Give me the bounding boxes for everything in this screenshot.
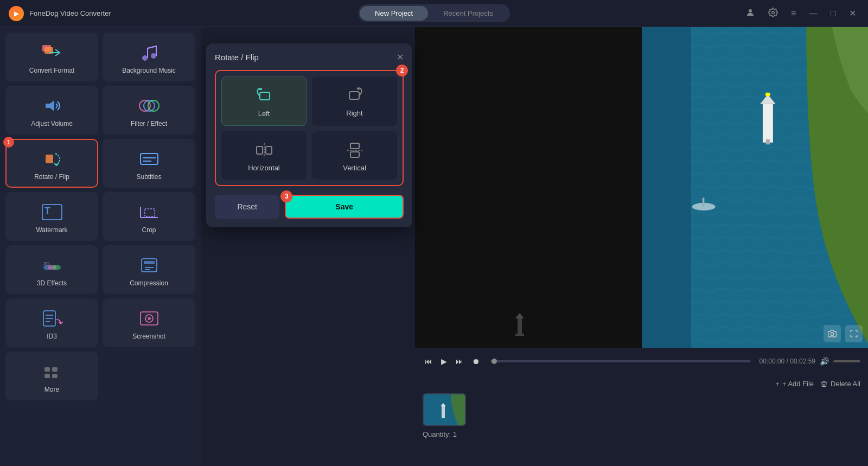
- file-item: Quantity: 1: [423, 393, 466, 438]
- svg-rect-12: [46, 155, 53, 163]
- dialog-title: Rotate / Flip: [215, 53, 259, 62]
- maximize-button[interactable]: □: [827, 8, 839, 20]
- flip-vertical-label: Vertical: [343, 164, 366, 172]
- user-icon[interactable]: [742, 7, 758, 21]
- 3d-effects-icon: 3D: [39, 254, 66, 276]
- trash-icon: [820, 380, 828, 388]
- delete-all-button[interactable]: Delete All: [820, 380, 860, 388]
- svg-marker-49: [515, 313, 524, 318]
- sidebar-item-convert-format[interactable]: Convert Format: [5, 33, 98, 81]
- svg-rect-44: [266, 146, 272, 154]
- sidebar-item-3d-effects[interactable]: 3D 3D Effects: [5, 245, 98, 294]
- svg-marker-8: [46, 100, 54, 111]
- sidebar-item-background-music[interactable]: Background Music: [103, 33, 195, 81]
- sidebar-item-rotate-flip[interactable]: 1 Rotate / Flip: [5, 139, 98, 188]
- svg-rect-48: [518, 318, 522, 335]
- svg-text:T: T: [44, 206, 50, 216]
- sidebar-label-3d-effects: 3D Effects: [37, 279, 67, 287]
- sidebar-label-id3: ID3: [47, 333, 57, 340]
- sidebar-label-more: More: [44, 386, 59, 393]
- play-button[interactable]: ▶: [439, 355, 449, 368]
- progress-bar[interactable]: [490, 360, 751, 362]
- sidebar-item-subtitles[interactable]: Subtitles: [103, 139, 195, 188]
- svg-rect-36: [44, 367, 50, 372]
- dialog-badge: 2: [396, 65, 408, 76]
- svg-rect-47: [350, 152, 359, 157]
- main-layout: Convert Format Background Music: [0, 27, 868, 466]
- content-area: Rotate / Flip ✕ 2 Left: [201, 27, 868, 466]
- title-bar-right: ≡ — □ ✕: [742, 7, 859, 21]
- rotate-right-label: Right: [346, 109, 362, 117]
- preview-icons: [824, 325, 863, 342]
- title-bar: ▶ FoneDog Video Converter New Project Re…: [0, 0, 868, 27]
- svg-text:3D: 3D: [43, 261, 50, 266]
- record-button[interactable]: ⏺: [470, 355, 482, 368]
- svg-rect-50: [515, 334, 524, 336]
- save-button[interactable]: 3 Save: [285, 195, 404, 219]
- svg-point-23: [52, 265, 61, 270]
- skip-back-button[interactable]: ⏮: [423, 355, 435, 368]
- flip-vertical-button[interactable]: Vertical: [312, 131, 397, 180]
- svg-rect-46: [350, 143, 359, 149]
- watermark-icon: T: [39, 201, 66, 223]
- svg-rect-38: [44, 374, 50, 378]
- sidebar-item-more[interactable]: More: [5, 352, 98, 400]
- svg-rect-13: [141, 154, 158, 164]
- sidebar-label-rotate-flip: Rotate / Flip: [34, 173, 69, 181]
- preview-area: ⏮ ▶ ⏭ ⏺ 00:00:00 / 00:02:59 🔊: [415, 27, 868, 466]
- svg-rect-37: [52, 367, 58, 372]
- dialog-overlay: Rotate / Flip ✕ 2 Left: [201, 27, 418, 466]
- reset-button[interactable]: Reset: [215, 195, 279, 219]
- sidebar-item-id3[interactable]: ID3: [5, 298, 98, 347]
- svg-rect-54: [762, 104, 773, 143]
- sidebar-item-watermark[interactable]: T Watermark: [5, 192, 98, 241]
- flip-horizontal-label: Horizontal: [248, 164, 280, 172]
- close-button[interactable]: ✕: [846, 7, 859, 20]
- svg-rect-63: [442, 406, 445, 418]
- sidebar-item-crop[interactable]: Crop: [103, 192, 195, 241]
- sidebar-item-compression[interactable]: Compression: [103, 245, 195, 294]
- sidebar-item-adjust-volume[interactable]: Adjust Volume: [5, 86, 98, 135]
- svg-rect-56: [765, 139, 769, 144]
- volume-slider[interactable]: [833, 360, 860, 362]
- add-file-label: + Add File: [782, 380, 814, 388]
- file-list: Quantity: 1: [423, 393, 860, 438]
- settings-icon[interactable]: [765, 7, 781, 21]
- menu-icon[interactable]: ≡: [788, 8, 799, 20]
- skip-forward-button[interactable]: ⏭: [454, 355, 465, 368]
- subtitles-icon: [136, 148, 163, 170]
- sidebar-label-convert-format: Convert Format: [29, 67, 74, 74]
- volume-icon: 🔊: [820, 357, 829, 366]
- tab-recent-projects[interactable]: Recent Projects: [428, 6, 508, 21]
- svg-rect-43: [257, 146, 263, 154]
- sidebar-label-background-music: Background Music: [122, 67, 176, 74]
- id3-icon: [39, 308, 66, 329]
- sidebar-label-compression: Compression: [130, 279, 168, 287]
- sidebar-item-screenshot[interactable]: Screenshot: [103, 298, 195, 347]
- tab-new-project[interactable]: New Project: [360, 6, 428, 21]
- media-controls: ⏮ ▶ ⏭ ⏺ 00:00:00 / 00:02:59 🔊: [415, 348, 868, 374]
- dialog-header: Rotate / Flip ✕: [215, 52, 404, 62]
- fullscreen-button[interactable]: [845, 325, 863, 342]
- rotate-flip-dialog: Rotate / Flip ✕ 2 Left: [206, 43, 412, 227]
- file-manager-header: + + Add File Delete All: [423, 380, 860, 388]
- svg-point-1: [772, 11, 775, 14]
- add-file-icon: +: [775, 380, 780, 388]
- rotate-right-button[interactable]: Right: [312, 76, 397, 126]
- screenshot-preview-button[interactable]: [824, 325, 841, 342]
- flip-horizontal-button[interactable]: Horizontal: [221, 131, 307, 180]
- sidebar-label-watermark: Watermark: [36, 226, 67, 234]
- sidebar-item-filter-effect[interactable]: Filter / Effect: [103, 86, 195, 135]
- quantity-text: Quantity: 1: [423, 430, 466, 438]
- app-logo: ▶: [9, 6, 24, 21]
- file-thumbnail[interactable]: [423, 393, 466, 426]
- rotate-left-button[interactable]: Left: [221, 76, 307, 126]
- dialog-close-button[interactable]: ✕: [397, 52, 404, 62]
- add-file-button[interactable]: + + Add File: [775, 380, 814, 388]
- rotate-flip-options: 2 Left: [215, 70, 404, 186]
- save-badge: 3: [280, 190, 292, 202]
- file-manager: + + Add File Delete All: [415, 374, 868, 466]
- time-display: 00:00:00 / 00:02:59: [760, 358, 815, 365]
- compression-icon: [136, 254, 163, 276]
- minimize-button[interactable]: —: [806, 8, 821, 20]
